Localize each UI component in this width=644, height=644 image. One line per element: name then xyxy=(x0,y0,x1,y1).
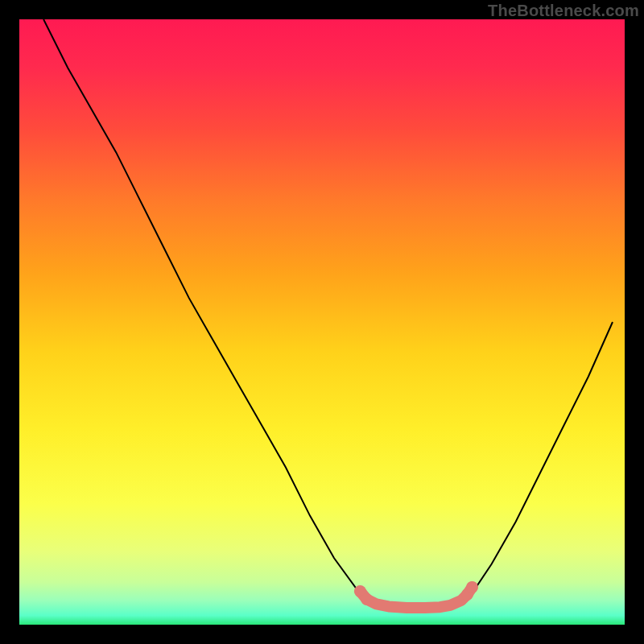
watermark-label: TheBottleneck.com xyxy=(488,2,639,20)
chart-frame xyxy=(19,19,625,625)
chart-canvas xyxy=(19,19,625,625)
gradient-background xyxy=(19,19,625,625)
